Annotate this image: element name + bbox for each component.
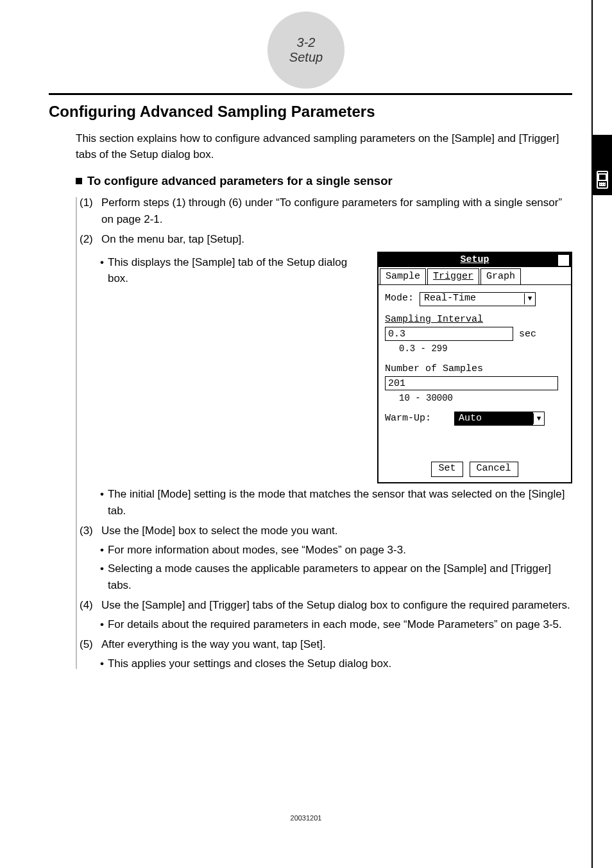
close-icon[interactable]: ✖ <box>557 254 570 266</box>
bullet-dot: • <box>100 254 104 287</box>
dialog-tabs: Sample Trigger Graph <box>378 267 571 286</box>
interval-unit: sec <box>519 329 536 340</box>
bullet-dot: • <box>100 542 104 559</box>
step-5-bullet-1: • This applies your settings and closes … <box>100 655 572 672</box>
section-name: Setup <box>289 50 323 65</box>
bullet-text: For details about the required parameter… <box>108 616 562 633</box>
step-3-bullet-1: • For more information about modes, see … <box>100 542 572 559</box>
step-text: Perform steps (1) through (6) under “To … <box>101 195 572 227</box>
bullet-dot: • <box>100 486 104 519</box>
bullet-text: The initial [Mode] setting is the mode t… <box>108 486 572 519</box>
step-3: (3) Use the [Mode] box to select the mod… <box>80 523 572 539</box>
bullet-dot: • <box>100 560 104 593</box>
square-bullet-icon <box>76 178 82 184</box>
step-number: (1) <box>80 195 96 227</box>
set-button[interactable]: Set <box>431 462 463 477</box>
tab-trigger[interactable]: Trigger <box>427 268 479 285</box>
setup-dialog-figure: Setup ✖ Sample Trigger Graph Mode: Real-… <box>377 252 572 484</box>
step-number: (5) <box>80 636 96 653</box>
footer-code: 20031201 <box>0 814 612 822</box>
step-5: (5) After everything is the way you want… <box>80 636 572 653</box>
step-2: (2) On the menu bar, tap [Setup]. <box>80 231 572 248</box>
intro-paragraph: This section explains how to configure a… <box>76 131 572 162</box>
page-header-badge: 3-2 Setup <box>268 12 344 89</box>
step-text: Use the [Sample] and [Trigger] tabs of t… <box>101 597 570 614</box>
mode-select[interactable]: Real-Time ▼ <box>420 292 536 306</box>
right-margin-rule <box>591 0 593 868</box>
chevron-down-icon: ▼ <box>533 413 544 424</box>
chapter-thumb-tab <box>593 135 612 195</box>
step-4-bullet-1: • For details about the required paramet… <box>100 616 572 633</box>
chevron-down-icon: ▼ <box>524 293 535 304</box>
step-3-bullet-2: • Selecting a mode causes the applicable… <box>100 560 572 593</box>
step-number: (3) <box>80 523 96 539</box>
bullet-dot: • <box>100 616 104 633</box>
dialog-title: Setup <box>460 253 489 268</box>
interval-label: Sampling Interval <box>385 313 565 327</box>
page-title: Configuring Advanced Sampling Parameters <box>49 103 572 121</box>
mode-value: Real-Time <box>420 291 524 306</box>
title-rule <box>49 93 572 95</box>
bullet-text: Selecting a mode causes the applicable p… <box>108 560 572 593</box>
samples-input[interactable]: 201 <box>385 376 558 390</box>
interval-input[interactable]: 0.3 <box>385 327 513 341</box>
samples-label: Number of Samples <box>385 362 565 377</box>
warmup-value: Auto <box>455 412 533 426</box>
bullet-text: This applies your settings and closes th… <box>108 655 391 672</box>
mode-row: Mode: Real-Time ▼ <box>385 291 565 306</box>
warmup-label: Warm-Up: <box>385 413 431 424</box>
mode-label: Mode: <box>385 293 414 304</box>
bullet-text: For more information about modes, see “M… <box>108 542 406 559</box>
warmup-row: Warm-Up: Auto ▼ <box>385 412 565 426</box>
bullet-dot: • <box>100 655 104 672</box>
calculator-icon <box>597 171 608 189</box>
bullet-text: This displays the [Sample] tab of the Se… <box>108 254 370 287</box>
samples-row: Number of Samples 201 10 - 30000 <box>385 362 565 405</box>
warmup-select[interactable]: Auto ▼ <box>454 412 545 426</box>
samples-range: 10 - 30000 <box>399 392 565 405</box>
tab-sample[interactable]: Sample <box>380 268 426 285</box>
step-1: (1) Perform steps (1) through (6) under … <box>80 195 572 227</box>
step-number: (4) <box>80 597 96 614</box>
tab-graph[interactable]: Graph <box>480 268 521 285</box>
step-2-bullet-1: • This displays the [Sample] tab of the … <box>100 254 370 287</box>
step-text: After everything is the way you want, ta… <box>101 636 326 653</box>
step-number: (2) <box>80 231 96 248</box>
interval-range: 0.3 - 299 <box>399 342 565 356</box>
dialog-titlebar: Setup ✖ <box>378 253 571 267</box>
page-number: 3-2 <box>297 35 316 50</box>
step-2-bullet-2: • The initial [Mode] setting is the mode… <box>100 486 572 519</box>
cancel-button[interactable]: Cancel <box>470 462 518 477</box>
step-4: (4) Use the [Sample] and [Trigger] tabs … <box>80 597 572 614</box>
step-text: Use the [Mode] box to select the mode yo… <box>101 523 338 539</box>
step-text: On the menu bar, tap [Setup]. <box>101 231 244 248</box>
interval-row: Sampling Interval 0.3 sec 0.3 - 299 <box>385 313 565 356</box>
procedure-heading: To configure advanced parameters for a s… <box>87 174 393 188</box>
